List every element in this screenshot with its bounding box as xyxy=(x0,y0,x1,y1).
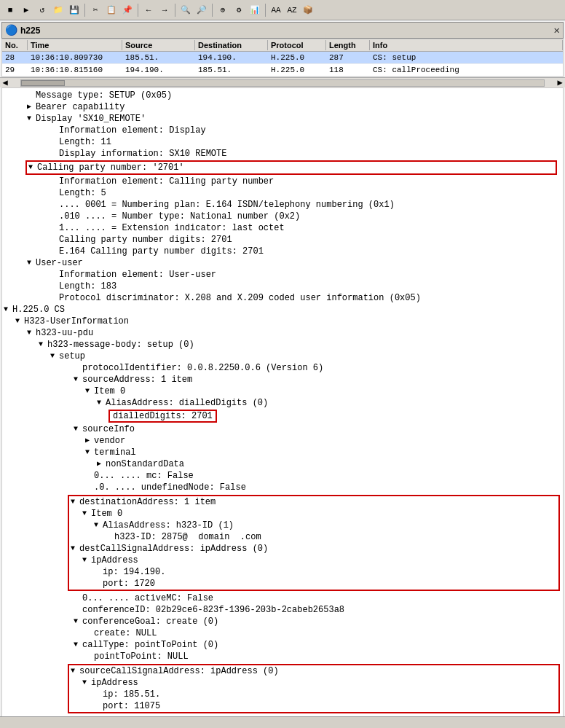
tree-item-src-ipaddr[interactable]: ▼ ipAddress xyxy=(69,677,558,689)
tree-item-src-ip[interactable]: ip: 185.51. xyxy=(69,689,558,700)
toggle-confgoal[interactable]: ▼ xyxy=(74,616,82,627)
toggle-destitem0[interactable]: ▼ xyxy=(82,508,91,520)
tree-item-srccallsignal[interactable]: ▼ sourceCallSignalAddress: ipAddress (0) xyxy=(69,665,558,677)
toggle-display[interactable]: ▼ xyxy=(27,113,36,125)
tree-item-h323pdu[interactable]: ▼ h323-uu-pdu xyxy=(2,327,563,339)
tree-item-calling-ext[interactable]: 1... .... = Extension indicator: last oc… xyxy=(2,222,563,234)
toolbar-btn-open[interactable]: 📁 xyxy=(51,3,66,17)
table-row[interactable]: 29 10:36:10.815160 194.190. 185.51. H.22… xyxy=(2,64,563,77)
tree-item-calling-digits[interactable]: Calling party number digits: 2701 xyxy=(2,234,563,246)
tree-item-srcitem0[interactable]: ▼ Item 0 xyxy=(2,385,563,397)
packet-list-hscroll[interactable]: ◀ ▶ xyxy=(0,77,565,87)
toggle-srcitem0[interactable]: ▼ xyxy=(85,385,94,397)
toolbar-btn-paste[interactable]: 📌 xyxy=(120,3,135,17)
toolbar-btn-refresh[interactable]: ↺ xyxy=(35,3,50,17)
tree-item-vendor[interactable]: ▶ vendor xyxy=(2,435,563,447)
toolbar-btn-az[interactable]: AZ xyxy=(285,3,299,17)
tree-item-calling-numtype[interactable]: .010 .... = Number type: National number… xyxy=(2,211,563,222)
tree-item-calling-numplan[interactable]: .... 0001 = Numbering plan: E.164 ISDN/t… xyxy=(2,199,563,211)
tree-item-display-len[interactable]: Length: 11 xyxy=(2,136,563,148)
toolbar-btn-2[interactable]: ▶ xyxy=(19,3,33,17)
toolbar-btn-save[interactable]: 💾 xyxy=(67,3,82,17)
tree-item-dest-port[interactable]: port: 1720 xyxy=(69,578,558,590)
toggle-srcinfo[interactable]: ▼ xyxy=(74,423,82,435)
toggle-destcallsignal[interactable]: ▼ xyxy=(71,543,79,555)
toolbar-btn-zoom-out[interactable]: 🔎 xyxy=(194,3,209,17)
tree-item-dest-ipaddr[interactable]: ▼ ipAddress xyxy=(69,555,558,566)
tree-item-uu-ie[interactable]: Information element: User-user xyxy=(2,269,563,281)
toolbar-btn-copy[interactable]: 📋 xyxy=(104,3,119,17)
tree-item-calling-e164[interactable]: E.164 Calling party number digits: 2701 xyxy=(2,246,563,257)
tree-item-confgoal[interactable]: ▼ conferenceGoal: create (0) xyxy=(2,616,563,627)
tree-item-display[interactable]: ▼ Display 'SX10_REMOTE' xyxy=(2,113,563,125)
tree-item-destcallsignal[interactable]: ▼ destCallSignalAddress: ipAddress (0) xyxy=(69,543,558,555)
hscroll-thumb[interactable] xyxy=(21,80,65,86)
tree-item-srcinfo[interactable]: ▼ sourceInfo xyxy=(2,423,563,435)
toggle-srccallsignal[interactable]: ▼ xyxy=(71,665,79,677)
tree-item-uu-len[interactable]: Length: 183 xyxy=(2,281,563,292)
filter-bar-close-btn[interactable]: ✕ xyxy=(554,24,560,36)
toolbar-btn-settings[interactable]: ⚙ xyxy=(232,3,246,17)
dialled-digits-row[interactable]: dialledDigits: 2701 xyxy=(2,409,563,423)
table-row[interactable]: 28 10:36:10.809730 185.51. 194.190. H.22… xyxy=(2,52,563,64)
toolbar-btn-cut[interactable]: ✂ xyxy=(88,3,103,17)
toolbar-btn-zoom-in[interactable]: 🔍 xyxy=(178,3,193,17)
tree-item-mc[interactable]: 0... .... mc: False xyxy=(2,470,563,482)
tree-item-uu-proto[interactable]: Protocol discriminator: X.208 and X.209 … xyxy=(2,292,563,304)
tree-item-nonstddata[interactable]: ▶ nonStandardData xyxy=(2,458,563,470)
toolbar-btn-1[interactable]: ■ xyxy=(3,3,17,17)
toggle-msgbody[interactable]: ▼ xyxy=(39,339,47,351)
toggle-destaddr[interactable]: ▼ xyxy=(71,496,79,508)
tree-item-display-ie[interactable]: Information element: Display xyxy=(2,125,563,136)
tree-item-protocolid[interactable]: protocolIdentifier: 0.0.8.2250.0.6 (Vers… xyxy=(2,362,563,374)
toggle-bearer[interactable]: ▶ xyxy=(27,101,36,113)
toggle-calling-party[interactable]: ▼ xyxy=(28,162,37,173)
tree-item-alias-dialled[interactable]: ▼ AliasAddress: dialledDigits (0) xyxy=(2,397,563,409)
tree-item-dest-ip[interactable]: ip: 194.190. xyxy=(69,566,558,578)
toolbar-btn-aa[interactable]: AA xyxy=(269,3,283,17)
tree-item-calltype[interactable]: ▼ callType: pointToPoint (0) xyxy=(2,639,563,651)
tree-item-destaddr[interactable]: ▼ destinationAddress: 1 item xyxy=(69,496,558,508)
tree-item-h323id[interactable]: h323-ID: 2875@ domain .com xyxy=(69,531,558,543)
toolbar-btn-pkg[interactable]: 📦 xyxy=(301,3,315,17)
toggle-setup[interactable]: ▼ xyxy=(50,351,59,362)
tree-item-calling-ie[interactable]: Information element: Calling party numbe… xyxy=(2,176,563,187)
tree-item-h323ui[interactable]: ▼ H323-UserInformation xyxy=(2,316,563,327)
tree-item-src-port[interactable]: port: 11075 xyxy=(69,700,558,712)
tree-item-useruser[interactable]: ▼ User-user xyxy=(2,257,563,269)
tree-item-calling-len[interactable]: Length: 5 xyxy=(2,187,563,199)
tree-item-msgtype[interactable]: Message type: SETUP (0x05) xyxy=(2,90,563,101)
toolbar-btn-forward[interactable]: → xyxy=(157,3,172,17)
tree-item-activemc[interactable]: 0... .... activeMC: False xyxy=(2,592,563,604)
toolbar-btn-stats[interactable]: 📊 xyxy=(248,3,262,17)
tree-item-p2p[interactable]: pointToPoint: NULL xyxy=(2,651,563,662)
toggle-vendor[interactable]: ▶ xyxy=(85,435,94,447)
toggle-alias-dialled[interactable]: ▼ xyxy=(97,397,106,409)
tree-item-msgbody[interactable]: ▼ h323-message-body: setup (0) xyxy=(2,339,563,351)
toggle-terminal[interactable]: ▼ xyxy=(85,447,94,458)
toggle-nonstddata[interactable]: ▶ xyxy=(97,458,106,470)
tree-item-setup[interactable]: ▼ setup xyxy=(2,351,563,362)
toggle-h323pdu[interactable]: ▼ xyxy=(27,327,36,339)
tree-item-bearer[interactable]: ▶ Bearer capability xyxy=(2,101,563,113)
tree-item-create[interactable]: create: NULL xyxy=(2,627,563,639)
tree-item-confid[interactable]: conferenceID: 02b29ce6-823f-1396-203b-2c… xyxy=(2,604,563,616)
toggle-h323ui[interactable]: ▼ xyxy=(15,316,24,327)
tree-item-h225[interactable]: ▼ H.225.0 CS xyxy=(2,304,563,316)
toggle-h225[interactable]: ▼ xyxy=(4,304,12,316)
hscroll-right-btn[interactable]: ▶ xyxy=(555,77,565,88)
toolbar-btn-back[interactable]: ← xyxy=(141,3,156,17)
tree-item-calling-party[interactable]: ▼ Calling party number: '2701' xyxy=(27,162,556,173)
toolbar-btn-capture[interactable]: ⊕ xyxy=(216,3,230,17)
toggle-src-ipaddr[interactable]: ▼ xyxy=(82,677,91,689)
tree-item-dest-alias[interactable]: ▼ AliasAddress: h323-ID (1) xyxy=(69,520,558,531)
toggle-dest-ipaddr[interactable]: ▼ xyxy=(82,555,91,566)
tree-item-display-info[interactable]: Display information: SX10 REMOTE xyxy=(2,148,563,160)
toggle-calltype[interactable]: ▼ xyxy=(74,639,82,651)
tree-item-undefinednode[interactable]: .0. .... undefinedNode: False xyxy=(2,482,563,493)
tree-item-destitem0[interactable]: ▼ Item 0 xyxy=(69,508,558,520)
hscroll-left-btn[interactable]: ◀ xyxy=(0,77,10,88)
toggle-srcaddr[interactable]: ▼ xyxy=(74,374,82,385)
tree-item-srcaddr[interactable]: ▼ sourceAddress: 1 item xyxy=(2,374,563,385)
tree-item-terminal[interactable]: ▼ terminal xyxy=(2,447,563,458)
